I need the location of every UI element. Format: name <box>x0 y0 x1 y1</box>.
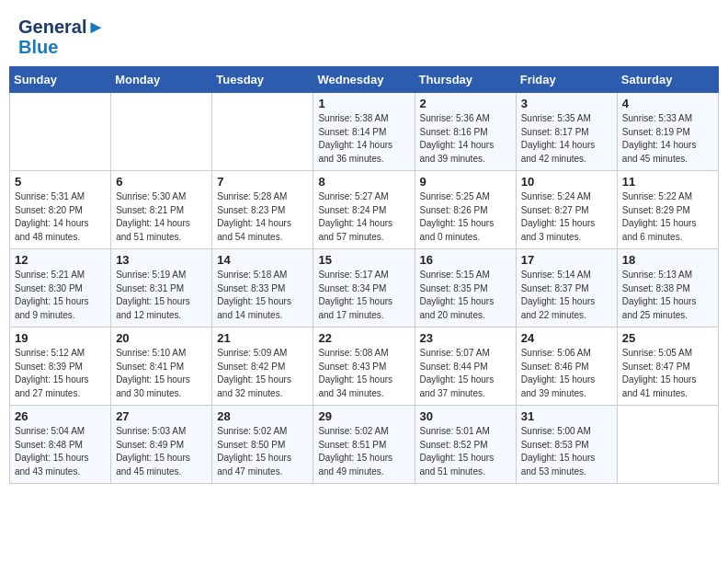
calendar-cell: 7Sunrise: 5:28 AM Sunset: 8:23 PM Daylig… <box>212 171 313 249</box>
day-info: Sunrise: 5:00 AM Sunset: 8:53 PM Dayligh… <box>521 425 612 478</box>
calendar-cell: 30Sunrise: 5:01 AM Sunset: 8:52 PM Dayli… <box>415 406 516 484</box>
day-number: 16 <box>420 253 511 267</box>
day-info: Sunrise: 5:22 AM Sunset: 8:29 PM Dayligh… <box>622 190 713 244</box>
week-row-5: 26Sunrise: 5:04 AM Sunset: 8:48 PM Dayli… <box>10 406 719 484</box>
day-number: 3 <box>521 97 612 110</box>
day-info: Sunrise: 5:21 AM Sunset: 8:30 PM Dayligh… <box>15 269 106 322</box>
day-info: Sunrise: 5:14 AM Sunset: 8:37 PM Dayligh… <box>521 269 612 322</box>
day-info: Sunrise: 5:17 AM Sunset: 8:34 PM Dayligh… <box>318 269 409 322</box>
logo: General► Blue <box>18 17 105 57</box>
day-info: Sunrise: 5:01 AM Sunset: 8:52 PM Dayligh… <box>420 425 511 478</box>
weekday-header-thursday: Thursday <box>415 67 516 93</box>
day-info: Sunrise: 5:36 AM Sunset: 8:16 PM Dayligh… <box>420 112 511 166</box>
day-info: Sunrise: 5:18 AM Sunset: 8:33 PM Dayligh… <box>217 269 308 322</box>
weekday-header-sunday: Sunday <box>10 67 111 93</box>
calendar-cell: 24Sunrise: 5:06 AM Sunset: 8:46 PM Dayli… <box>516 327 617 406</box>
day-number: 2 <box>420 97 511 110</box>
day-number: 28 <box>217 409 308 423</box>
day-number: 12 <box>15 253 106 267</box>
weekday-header-tuesday: Tuesday <box>212 67 313 93</box>
calendar-cell: 29Sunrise: 5:02 AM Sunset: 8:51 PM Dayli… <box>313 406 415 484</box>
calendar-cell: 13Sunrise: 5:19 AM Sunset: 8:31 PM Dayli… <box>111 249 212 327</box>
day-info: Sunrise: 5:28 AM Sunset: 8:23 PM Dayligh… <box>217 190 308 244</box>
calendar-cell: 10Sunrise: 5:24 AM Sunset: 8:27 PM Dayli… <box>516 171 617 249</box>
weekday-header-row: SundayMondayTuesdayWednesdayThursdayFrid… <box>10 67 719 93</box>
day-info: Sunrise: 5:15 AM Sunset: 8:35 PM Dayligh… <box>420 269 511 322</box>
day-info: Sunrise: 5:12 AM Sunset: 8:39 PM Dayligh… <box>15 347 106 400</box>
logo-blue: Blue <box>18 37 105 57</box>
day-number: 18 <box>622 253 713 267</box>
calendar-cell: 22Sunrise: 5:08 AM Sunset: 8:43 PM Dayli… <box>313 327 415 406</box>
day-number: 1 <box>318 97 409 110</box>
day-info: Sunrise: 5:06 AM Sunset: 8:46 PM Dayligh… <box>521 347 612 400</box>
day-number: 19 <box>15 331 106 345</box>
day-info: Sunrise: 5:30 AM Sunset: 8:21 PM Dayligh… <box>116 190 207 244</box>
calendar-cell: 17Sunrise: 5:14 AM Sunset: 8:37 PM Dayli… <box>516 249 617 327</box>
day-info: Sunrise: 5:38 AM Sunset: 8:14 PM Dayligh… <box>318 112 409 166</box>
calendar-cell: 16Sunrise: 5:15 AM Sunset: 8:35 PM Dayli… <box>415 249 516 327</box>
calendar-cell: 8Sunrise: 5:27 AM Sunset: 8:24 PM Daylig… <box>313 171 415 249</box>
calendar-cell: 2Sunrise: 5:36 AM Sunset: 8:16 PM Daylig… <box>415 93 516 171</box>
calendar-cell: 26Sunrise: 5:04 AM Sunset: 8:48 PM Dayli… <box>10 406 111 484</box>
week-row-2: 5Sunrise: 5:31 AM Sunset: 8:20 PM Daylig… <box>10 171 719 249</box>
day-info: Sunrise: 5:24 AM Sunset: 8:27 PM Dayligh… <box>521 190 612 244</box>
calendar-cell: 6Sunrise: 5:30 AM Sunset: 8:21 PM Daylig… <box>111 171 212 249</box>
day-number: 14 <box>217 253 308 267</box>
day-number: 27 <box>116 409 207 423</box>
day-number: 11 <box>622 175 713 189</box>
calendar-cell: 15Sunrise: 5:17 AM Sunset: 8:34 PM Dayli… <box>313 249 415 327</box>
day-info: Sunrise: 5:31 AM Sunset: 8:20 PM Dayligh… <box>15 190 106 244</box>
weekday-header-friday: Friday <box>516 67 617 93</box>
logo-text: General► <box>18 17 105 37</box>
day-number: 5 <box>15 175 106 189</box>
day-info: Sunrise: 5:27 AM Sunset: 8:24 PM Dayligh… <box>318 190 409 244</box>
page-header: General► Blue <box>9 9 719 61</box>
day-info: Sunrise: 5:09 AM Sunset: 8:42 PM Dayligh… <box>217 347 308 400</box>
week-row-4: 19Sunrise: 5:12 AM Sunset: 8:39 PM Dayli… <box>10 327 719 406</box>
calendar-cell: 14Sunrise: 5:18 AM Sunset: 8:33 PM Dayli… <box>212 249 313 327</box>
calendar-cell: 11Sunrise: 5:22 AM Sunset: 8:29 PM Dayli… <box>617 171 718 249</box>
calendar-cell <box>111 93 212 171</box>
weekday-header-saturday: Saturday <box>617 67 718 93</box>
day-number: 25 <box>622 331 713 345</box>
day-info: Sunrise: 5:13 AM Sunset: 8:38 PM Dayligh… <box>622 269 713 322</box>
calendar-cell: 4Sunrise: 5:33 AM Sunset: 8:19 PM Daylig… <box>617 93 718 171</box>
calendar-cell: 21Sunrise: 5:09 AM Sunset: 8:42 PM Dayli… <box>212 327 313 406</box>
day-number: 6 <box>116 175 207 189</box>
calendar-cell: 9Sunrise: 5:25 AM Sunset: 8:26 PM Daylig… <box>415 171 516 249</box>
calendar-cell: 20Sunrise: 5:10 AM Sunset: 8:41 PM Dayli… <box>111 327 212 406</box>
day-number: 30 <box>420 409 511 423</box>
day-info: Sunrise: 5:07 AM Sunset: 8:44 PM Dayligh… <box>420 347 511 400</box>
day-number: 9 <box>420 175 511 189</box>
day-info: Sunrise: 5:04 AM Sunset: 8:48 PM Dayligh… <box>15 425 106 478</box>
week-row-1: 1Sunrise: 5:38 AM Sunset: 8:14 PM Daylig… <box>10 93 719 171</box>
day-number: 29 <box>318 409 409 423</box>
day-info: Sunrise: 5:19 AM Sunset: 8:31 PM Dayligh… <box>116 269 207 322</box>
day-info: Sunrise: 5:33 AM Sunset: 8:19 PM Dayligh… <box>622 112 713 166</box>
weekday-header-wednesday: Wednesday <box>313 67 415 93</box>
calendar-cell: 31Sunrise: 5:00 AM Sunset: 8:53 PM Dayli… <box>516 406 617 484</box>
day-info: Sunrise: 5:05 AM Sunset: 8:47 PM Dayligh… <box>622 347 713 400</box>
day-info: Sunrise: 5:25 AM Sunset: 8:26 PM Dayligh… <box>420 190 511 244</box>
weekday-header-monday: Monday <box>111 67 212 93</box>
day-info: Sunrise: 5:08 AM Sunset: 8:43 PM Dayligh… <box>318 347 409 400</box>
day-info: Sunrise: 5:02 AM Sunset: 8:50 PM Dayligh… <box>217 425 308 478</box>
day-info: Sunrise: 5:10 AM Sunset: 8:41 PM Dayligh… <box>116 347 207 400</box>
day-number: 26 <box>15 409 106 423</box>
calendar-cell: 1Sunrise: 5:38 AM Sunset: 8:14 PM Daylig… <box>313 93 415 171</box>
day-number: 10 <box>521 175 612 189</box>
day-number: 24 <box>521 331 612 345</box>
calendar-cell: 3Sunrise: 5:35 AM Sunset: 8:17 PM Daylig… <box>516 93 617 171</box>
day-number: 4 <box>622 97 713 110</box>
day-number: 15 <box>318 253 409 267</box>
calendar-cell: 23Sunrise: 5:07 AM Sunset: 8:44 PM Dayli… <box>415 327 516 406</box>
day-number: 31 <box>521 409 612 423</box>
day-info: Sunrise: 5:35 AM Sunset: 8:17 PM Dayligh… <box>521 112 612 166</box>
calendar-table: SundayMondayTuesdayWednesdayThursdayFrid… <box>9 66 719 484</box>
calendar-cell <box>617 406 718 484</box>
calendar-cell <box>10 93 111 171</box>
calendar-cell: 12Sunrise: 5:21 AM Sunset: 8:30 PM Dayli… <box>10 249 111 327</box>
day-info: Sunrise: 5:03 AM Sunset: 8:49 PM Dayligh… <box>116 425 207 478</box>
calendar-cell: 27Sunrise: 5:03 AM Sunset: 8:49 PM Dayli… <box>111 406 212 484</box>
day-number: 17 <box>521 253 612 267</box>
